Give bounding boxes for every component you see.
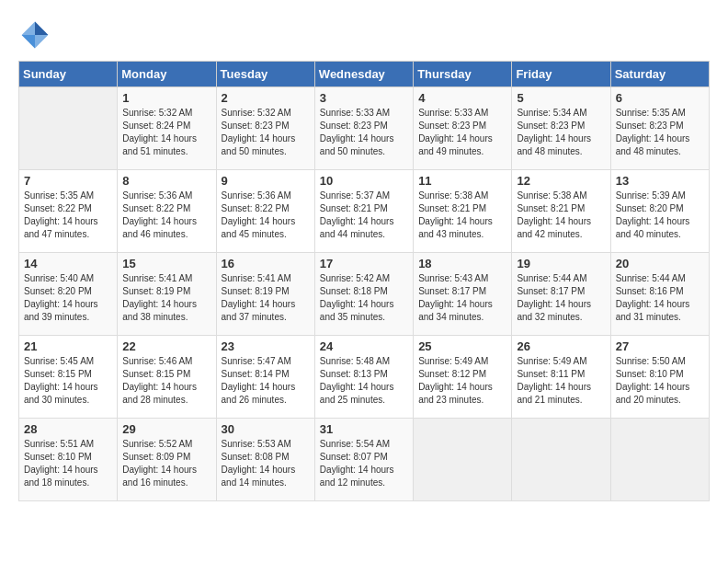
calendar-cell: 30Sunrise: 5:53 AM Sunset: 8:08 PM Dayli…: [216, 419, 314, 501]
calendar-table: SundayMondayTuesdayWednesdayThursdayFrid…: [18, 61, 710, 501]
calendar-cell: 1Sunrise: 5:32 AM Sunset: 8:24 PM Daylig…: [118, 87, 216, 170]
day-number: 30: [222, 422, 310, 436]
day-number: 19: [517, 257, 605, 270]
page-header: [18, 18, 710, 52]
day-number: 5: [517, 91, 605, 105]
calendar-cell: 8Sunrise: 5:36 AM Sunset: 8:22 PM Daylig…: [118, 170, 216, 253]
calendar-cell: 26Sunrise: 5:49 AM Sunset: 8:11 PM Dayli…: [512, 336, 610, 419]
day-number: 6: [616, 91, 704, 105]
calendar-cell: 14Sunrise: 5:40 AM Sunset: 8:20 PM Dayli…: [19, 253, 118, 336]
calendar-cell: 17Sunrise: 5:42 AM Sunset: 8:18 PM Dayli…: [314, 253, 413, 336]
calendar-cell: 18Sunrise: 5:43 AM Sunset: 8:17 PM Dayli…: [414, 253, 512, 336]
day-info: Sunrise: 5:42 AM Sunset: 8:18 PM Dayligh…: [320, 272, 408, 324]
calendar-cell: 7Sunrise: 5:35 AM Sunset: 8:22 PM Daylig…: [19, 170, 118, 253]
calendar-header-row: SundayMondayTuesdayWednesdayThursdayFrid…: [19, 62, 710, 87]
day-number: 27: [616, 339, 704, 353]
calendar-week-3: 14Sunrise: 5:40 AM Sunset: 8:20 PM Dayli…: [19, 253, 710, 336]
day-info: Sunrise: 5:53 AM Sunset: 8:08 PM Dayligh…: [222, 438, 310, 489]
calendar-cell: 22Sunrise: 5:46 AM Sunset: 8:15 PM Dayli…: [118, 336, 216, 419]
day-info: Sunrise: 5:38 AM Sunset: 8:21 PM Dayligh…: [517, 190, 605, 241]
calendar-cell: 5Sunrise: 5:34 AM Sunset: 8:23 PM Daylig…: [512, 87, 610, 170]
day-info: Sunrise: 5:36 AM Sunset: 8:22 PM Dayligh…: [222, 190, 310, 241]
day-number: 26: [517, 339, 605, 353]
day-info: Sunrise: 5:35 AM Sunset: 8:23 PM Dayligh…: [616, 107, 704, 158]
calendar-week-2: 7Sunrise: 5:35 AM Sunset: 8:22 PM Daylig…: [19, 170, 710, 253]
day-info: Sunrise: 5:38 AM Sunset: 8:21 PM Dayligh…: [418, 190, 506, 241]
calendar-cell: 15Sunrise: 5:41 AM Sunset: 8:19 PM Dayli…: [118, 253, 216, 336]
day-number: 12: [517, 174, 605, 188]
day-number: 13: [616, 174, 704, 188]
day-number: 21: [24, 339, 112, 353]
day-info: Sunrise: 5:39 AM Sunset: 8:20 PM Dayligh…: [616, 190, 704, 241]
calendar-week-1: 1Sunrise: 5:32 AM Sunset: 8:24 PM Daylig…: [19, 87, 710, 170]
day-header-wednesday: Wednesday: [314, 62, 413, 87]
day-info: Sunrise: 5:54 AM Sunset: 8:07 PM Dayligh…: [320, 438, 408, 489]
calendar-cell: [610, 419, 709, 501]
day-info: Sunrise: 5:35 AM Sunset: 8:22 PM Dayligh…: [24, 190, 112, 241]
day-info: Sunrise: 5:46 AM Sunset: 8:15 PM Dayligh…: [122, 355, 210, 407]
day-header-friday: Friday: [512, 62, 610, 87]
calendar-cell: [512, 419, 610, 501]
day-info: Sunrise: 5:33 AM Sunset: 8:23 PM Dayligh…: [320, 107, 408, 158]
calendar-cell: 13Sunrise: 5:39 AM Sunset: 8:20 PM Dayli…: [610, 170, 709, 253]
day-info: Sunrise: 5:50 AM Sunset: 8:10 PM Dayligh…: [616, 355, 704, 407]
day-number: 18: [418, 257, 506, 270]
calendar-cell: 3Sunrise: 5:33 AM Sunset: 8:23 PM Daylig…: [314, 87, 413, 170]
day-number: 7: [24, 174, 112, 188]
day-info: Sunrise: 5:51 AM Sunset: 8:10 PM Dayligh…: [24, 438, 112, 489]
day-info: Sunrise: 5:45 AM Sunset: 8:15 PM Dayligh…: [24, 355, 112, 407]
day-info: Sunrise: 5:40 AM Sunset: 8:20 PM Dayligh…: [24, 272, 112, 324]
calendar-cell: [414, 419, 512, 501]
day-info: Sunrise: 5:49 AM Sunset: 8:11 PM Dayligh…: [517, 355, 605, 407]
day-number: 3: [320, 91, 408, 105]
calendar-body: 1Sunrise: 5:32 AM Sunset: 8:24 PM Daylig…: [19, 87, 710, 501]
day-number: 14: [24, 257, 112, 270]
calendar-cell: 10Sunrise: 5:37 AM Sunset: 8:21 PM Dayli…: [314, 170, 413, 253]
logo-icon: [18, 18, 51, 52]
day-number: 2: [222, 91, 310, 105]
day-info: Sunrise: 5:47 AM Sunset: 8:14 PM Dayligh…: [222, 355, 310, 407]
day-number: 17: [320, 257, 408, 270]
day-number: 22: [122, 339, 210, 353]
day-number: 8: [122, 174, 210, 188]
day-info: Sunrise: 5:44 AM Sunset: 8:16 PM Dayligh…: [616, 272, 704, 324]
day-info: Sunrise: 5:41 AM Sunset: 8:19 PM Dayligh…: [122, 272, 210, 324]
day-number: 1: [122, 91, 210, 105]
calendar-cell: 19Sunrise: 5:44 AM Sunset: 8:17 PM Dayli…: [512, 253, 610, 336]
calendar-cell: 21Sunrise: 5:45 AM Sunset: 8:15 PM Dayli…: [19, 336, 118, 419]
day-info: Sunrise: 5:33 AM Sunset: 8:23 PM Dayligh…: [418, 107, 506, 158]
day-info: Sunrise: 5:32 AM Sunset: 8:23 PM Dayligh…: [222, 107, 310, 158]
svg-marker-1: [35, 22, 48, 35]
day-number: 10: [320, 174, 408, 188]
calendar-cell: 23Sunrise: 5:47 AM Sunset: 8:14 PM Dayli…: [216, 336, 314, 419]
day-info: Sunrise: 5:34 AM Sunset: 8:23 PM Dayligh…: [517, 107, 605, 158]
day-number: 29: [122, 422, 210, 436]
calendar-week-5: 28Sunrise: 5:51 AM Sunset: 8:10 PM Dayli…: [19, 419, 710, 501]
calendar-cell: 16Sunrise: 5:41 AM Sunset: 8:19 PM Dayli…: [216, 253, 314, 336]
calendar-cell: 29Sunrise: 5:52 AM Sunset: 8:09 PM Dayli…: [118, 419, 216, 501]
day-header-tuesday: Tuesday: [216, 62, 314, 87]
calendar-cell: 24Sunrise: 5:48 AM Sunset: 8:13 PM Dayli…: [314, 336, 413, 419]
day-number: 24: [320, 339, 408, 353]
day-number: 11: [418, 174, 506, 188]
day-info: Sunrise: 5:36 AM Sunset: 8:22 PM Dayligh…: [122, 190, 210, 241]
calendar-cell: 11Sunrise: 5:38 AM Sunset: 8:21 PM Dayli…: [414, 170, 512, 253]
calendar-cell: 12Sunrise: 5:38 AM Sunset: 8:21 PM Dayli…: [512, 170, 610, 253]
day-header-thursday: Thursday: [414, 62, 512, 87]
day-info: Sunrise: 5:41 AM Sunset: 8:19 PM Dayligh…: [222, 272, 310, 324]
calendar-week-4: 21Sunrise: 5:45 AM Sunset: 8:15 PM Dayli…: [19, 336, 710, 419]
day-info: Sunrise: 5:49 AM Sunset: 8:12 PM Dayligh…: [418, 355, 506, 407]
day-info: Sunrise: 5:52 AM Sunset: 8:09 PM Dayligh…: [122, 438, 210, 489]
calendar-cell: [19, 87, 118, 170]
day-number: 15: [122, 257, 210, 270]
calendar-cell: 31Sunrise: 5:54 AM Sunset: 8:07 PM Dayli…: [314, 419, 413, 501]
day-header-saturday: Saturday: [610, 62, 709, 87]
calendar-cell: 6Sunrise: 5:35 AM Sunset: 8:23 PM Daylig…: [610, 87, 709, 170]
calendar-cell: 2Sunrise: 5:32 AM Sunset: 8:23 PM Daylig…: [216, 87, 314, 170]
day-number: 25: [418, 339, 506, 353]
day-number: 31: [320, 422, 408, 436]
svg-marker-2: [22, 35, 35, 48]
day-info: Sunrise: 5:32 AM Sunset: 8:24 PM Dayligh…: [122, 107, 210, 158]
calendar-cell: 28Sunrise: 5:51 AM Sunset: 8:10 PM Dayli…: [19, 419, 118, 501]
day-number: 28: [24, 422, 112, 436]
